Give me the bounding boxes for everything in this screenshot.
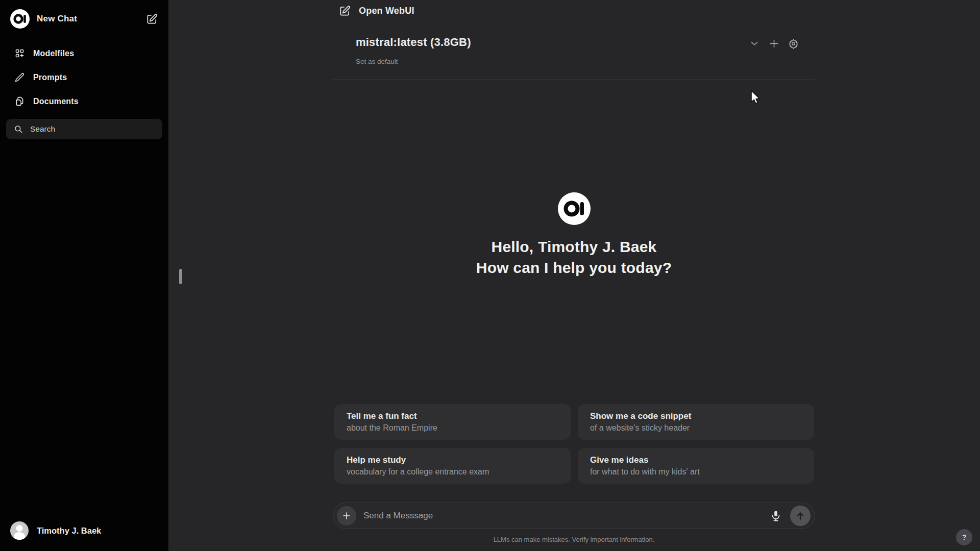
set-as-default-button[interactable]: Set as default — [356, 58, 398, 65]
user-menu-button[interactable]: Timothy J. Baek — [6, 517, 162, 544]
suggestion-subtitle: vocabulary for a college entrance exam — [347, 467, 558, 477]
suggestion-title: Show me a code snippet — [590, 411, 802, 421]
voice-input-button[interactable] — [769, 509, 783, 523]
sidebar-item-label: Documents — [33, 97, 79, 106]
sidebar-nav: Modelfiles Prompts Documents — [6, 44, 162, 111]
suggestion-title: Tell me a fun fact — [347, 411, 558, 421]
suggestion-grid: Tell me a fun fact about the Roman Empir… — [334, 404, 814, 484]
hero: Hello, Timothy J. Baek How can I help yo… — [333, 192, 815, 278]
plus-icon — [342, 511, 351, 520]
suggestion-subtitle: about the Roman Empire — [347, 423, 558, 433]
app-logo-large-icon — [558, 192, 591, 225]
chevron-down-icon[interactable] — [749, 38, 760, 49]
sidebar-item-prompts[interactable]: Prompts — [6, 68, 162, 87]
attach-button[interactable] — [337, 506, 356, 525]
suggestion-title: Give me ideas — [590, 455, 802, 465]
new-chat-button[interactable]: New Chat — [6, 7, 162, 31]
send-arrow-icon — [795, 510, 806, 521]
suggestion-title: Help me study — [347, 455, 558, 465]
suggestion-card[interactable]: Give me ideas for what to do with my kid… — [578, 448, 814, 484]
model-selector-name[interactable]: mistral:latest (3.8GB) — [356, 36, 471, 49]
sidebar-item-modelfiles[interactable]: Modelfiles — [6, 44, 162, 63]
new-chat-label: New Chat — [37, 14, 138, 24]
suggestion-subtitle: for what to do with my kids' art — [590, 467, 802, 477]
avatar — [10, 521, 29, 540]
suggestion-card[interactable]: Show me a code snippet of a website's st… — [578, 404, 814, 440]
sidebar-item-documents[interactable]: Documents — [6, 92, 162, 111]
suggestion-subtitle: of a website's sticky header — [590, 423, 802, 433]
new-chat-edit-icon[interactable] — [145, 12, 158, 26]
gear-icon[interactable] — [788, 38, 799, 49]
content-column: Open WebUI mistral:latest (3.8GB) Set a — [333, 0, 815, 551]
user-name: Timothy J. Baek — [37, 526, 101, 536]
microphone-icon — [770, 510, 782, 522]
greeting-line1: Hello, Timothy J. Baek — [492, 236, 657, 257]
page-title: Open WebUI — [359, 6, 414, 16]
search-input[interactable]: Search — [6, 119, 162, 139]
send-button[interactable] — [790, 506, 811, 526]
sidebar-resize-handle[interactable] — [179, 269, 182, 284]
app-logo-icon — [10, 9, 30, 29]
model-selector: mistral:latest (3.8GB) Set as default — [333, 36, 815, 80]
add-model-button[interactable] — [768, 38, 779, 49]
main-area: Open WebUI mistral:latest (3.8GB) Set a — [168, 0, 980, 551]
model-selector-actions — [749, 38, 799, 49]
disclaimer-text: LLMs can make mistakes. Verify important… — [333, 536, 815, 543]
sidebar: New Chat Modelfiles Prompts — [0, 0, 168, 551]
documents-icon — [14, 96, 25, 107]
sidebar-item-label: Modelfiles — [33, 49, 74, 58]
search-label: Search — [30, 124, 55, 134]
message-composer — [333, 503, 815, 529]
sidebar-item-label: Prompts — [33, 73, 67, 82]
modelfiles-icon — [14, 48, 25, 59]
main-header: Open WebUI — [339, 5, 414, 17]
search-icon — [14, 124, 23, 134]
sidebar-spacer — [6, 139, 162, 517]
suggestion-card[interactable]: Tell me a fun fact about the Roman Empir… — [334, 404, 571, 440]
suggestion-card[interactable]: Help me study vocabulary for a college e… — [334, 448, 571, 484]
new-chat-header-icon[interactable] — [339, 5, 351, 17]
greeting-line2: How can I help you today? — [476, 257, 672, 278]
help-button[interactable]: ? — [956, 529, 972, 545]
message-input[interactable] — [363, 511, 762, 521]
pencil-icon — [14, 72, 25, 83]
